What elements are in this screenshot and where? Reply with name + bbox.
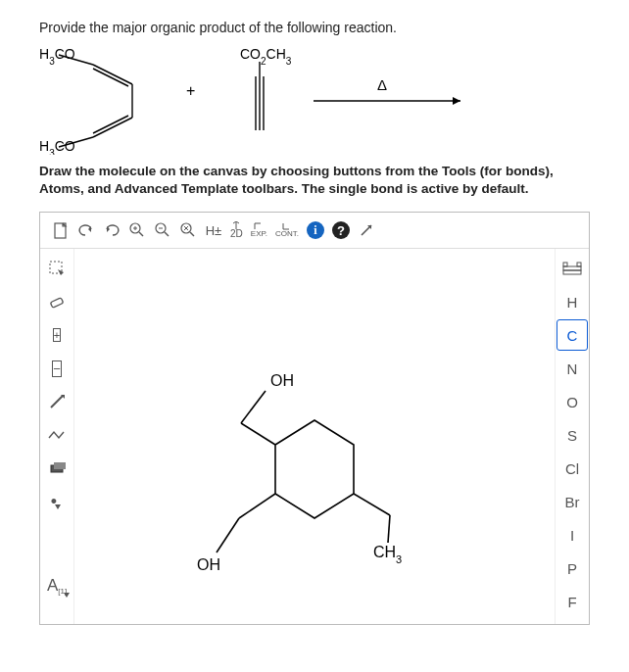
svg-line-44 [241,391,266,423]
help-button[interactable]: ? [328,218,354,242]
zoom-out-button[interactable] [150,218,175,242]
atom-s-button[interactable]: S [556,419,588,451]
reactant2-label: CO2CH3 [240,47,292,67]
reactant1-label-bottom: H3CO [39,138,75,155]
svg-rect-50 [577,263,581,266]
atom-i-button[interactable]: I [556,519,588,551]
atom-o-button[interactable]: O [556,386,588,417]
atom-h-button[interactable]: H [556,286,588,317]
svg-line-21 [165,232,169,236]
hydrogen-toggle-button[interactable]: H± [201,218,226,242]
reaction-condition: Δ [377,76,387,93]
left-toolbar: + − • A[1] [40,249,74,624]
atom-n-button[interactable]: N [556,353,588,384]
svg-rect-13 [55,223,66,238]
atom-f-button[interactable]: F [556,586,588,617]
canvas-label-oh2: OH [197,556,220,573]
expand-button[interactable]: EXP. [247,218,271,242]
svg-line-3 [93,118,132,137]
atom-br-button[interactable]: Br [556,486,588,517]
svg-marker-42 [275,420,354,518]
svg-marker-40 [55,504,61,509]
svg-rect-49 [563,263,567,266]
double-bond-button[interactable] [41,419,73,451]
svg-rect-51 [563,266,581,270]
svg-line-35 [51,396,63,408]
svg-line-0 [93,65,132,84]
svg-line-43 [241,423,275,445]
map-button[interactable]: • [41,486,73,517]
contract-button[interactable]: CONT. [271,218,303,242]
svg-line-47 [354,494,390,515]
svg-rect-39 [54,462,66,469]
svg-marker-41 [64,593,70,598]
atom-cl-button[interactable]: Cl [556,453,588,484]
atom-label-button[interactable]: A[1] [41,570,73,601]
svg-marker-33 [58,269,64,275]
question-text: Provide the major organic product of the… [39,20,590,35]
redo-button[interactable] [99,218,124,242]
svg-line-1 [93,69,128,86]
atom-c-button[interactable]: C [556,319,588,351]
charge-plus-button[interactable]: + [41,319,73,351]
svg-line-24 [190,232,194,236]
right-toolbar: H C N O S Cl Br I P F [555,249,589,624]
svg-line-48 [388,515,390,543]
svg-marker-12 [453,97,460,105]
view-2d-button[interactable]: 2D [226,218,247,242]
instructions-text: Draw the molecule on the canvas by choos… [39,163,590,198]
undo-button[interactable] [73,218,99,242]
svg-line-17 [139,232,143,236]
zoom-reset-button[interactable] [175,218,201,242]
single-bond-button[interactable] [41,386,73,417]
molecule-editor: H± 2D EXP. CONT. i ? + − • A[1] [39,212,590,625]
svg-line-45 [239,494,275,518]
svg-line-46 [217,518,239,552]
top-toolbar: H± 2D EXP. CONT. i ? [40,213,589,249]
info-button[interactable]: i [303,218,328,242]
svg-rect-52 [563,270,581,274]
eraser-button[interactable] [41,286,73,317]
fullscreen-button[interactable] [354,218,379,242]
reactant1-label-top: H3CO [39,47,75,67]
drawing-canvas[interactable]: OH OH CH3 [74,249,555,624]
marquee-select-button[interactable] [41,253,73,284]
canvas-label-oh1: OH [270,372,294,389]
svg-line-4 [93,116,128,133]
reaction-scheme: H3CO H3CO + CO2CH3 Δ [39,47,590,155]
svg-rect-34 [50,298,63,309]
atom-p-button[interactable]: P [556,552,588,584]
periodic-table-button[interactable] [556,253,588,284]
canvas-label-ch3: CH3 [373,544,402,565]
chain-button[interactable] [41,453,73,484]
new-file-button[interactable] [48,218,73,242]
plus-sign: + [186,82,195,99]
zoom-in-button[interactable] [124,218,150,242]
charge-minus-button[interactable]: − [41,353,73,384]
